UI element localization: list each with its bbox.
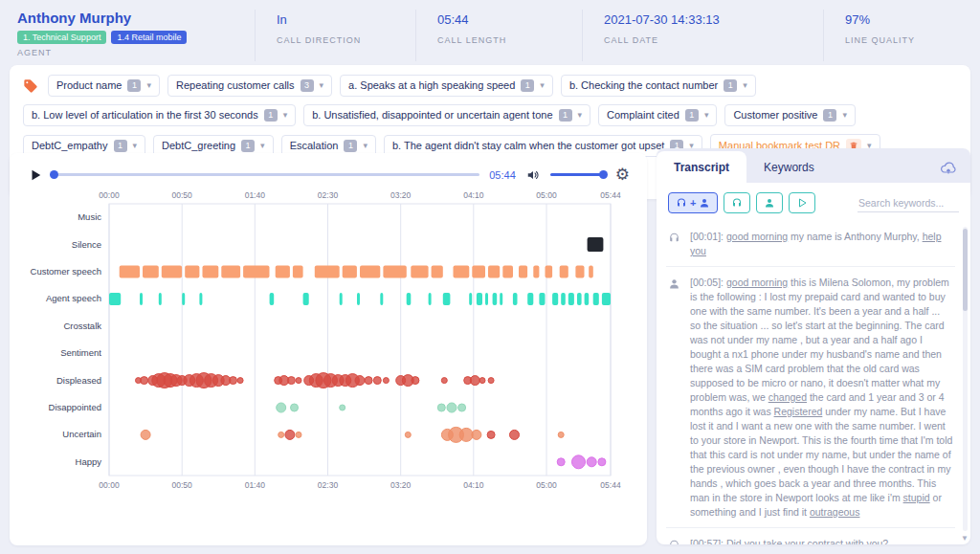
headset-icon (668, 232, 683, 258)
tag-label: Product name (56, 80, 122, 91)
seek-thumb[interactable] (50, 170, 58, 179)
chevron-down-icon[interactable]: ▾ (283, 111, 288, 120)
volume-icon[interactable] (525, 168, 541, 182)
svg-text:Disappointed: Disappointed (49, 402, 101, 412)
tag-chip[interactable]: b. Checking the contact number1▾ (561, 75, 756, 97)
search-keywords-input[interactable] (858, 194, 959, 212)
tag-label: DebtC_empathy (32, 141, 108, 151)
chevron-down-icon[interactable]: ▾ (363, 142, 368, 150)
tag-chip[interactable]: a. Speaks at a high speaking speed1▾ (340, 75, 553, 97)
chevron-down-icon[interactable]: ▾ (704, 111, 709, 120)
tag-count-badge: 1 (264, 109, 278, 122)
transcript-controls: + (657, 183, 970, 221)
scrollbar[interactable] (963, 227, 968, 531)
tab-transcript[interactable]: Transcript (657, 151, 746, 183)
tag-chip[interactable]: Product name1▾ (48, 75, 160, 97)
svg-text:00:00: 00:00 (99, 190, 120, 200)
headset-icon (731, 197, 743, 209)
chevron-down-icon[interactable]: ▾ (578, 111, 583, 120)
svg-text:Displeased: Displeased (56, 375, 101, 386)
stat-call-date: 2021-07-30 14:33:13 CALL DATE (582, 10, 823, 61)
chevron-down-icon[interactable]: ▾ (320, 81, 324, 90)
agent-badges: 1. Technical Support 1.4 Retail mobile (17, 31, 255, 44)
call-date-value: 2021-07-30 14:33:13 (604, 12, 823, 27)
seek-slider[interactable] (52, 173, 479, 176)
transcript-message: [00:01]: good morning my name is Anthony… (666, 221, 955, 267)
call-timeline-chart[interactable]: 00:0000:0000:5000:5001:4001:4002:3002:30… (17, 188, 639, 506)
svg-text:03:20: 03:20 (390, 480, 412, 490)
queue-badge: 1.4 Retail mobile (111, 31, 187, 44)
transcript-message: [00:57]: Did you take your contract with… (666, 528, 955, 544)
headset-icon (668, 539, 683, 544)
person-icon (764, 197, 775, 209)
tag-label: b. Low level of articulation in the firs… (32, 110, 258, 121)
cloud-sync-icon[interactable] (940, 161, 957, 175)
chevron-down-icon[interactable]: ▾ (260, 142, 265, 150)
tag-chip[interactable]: Complaint cited1▾ (598, 104, 717, 126)
tag-label: Escalation (290, 141, 339, 151)
tag-label: Customer positive (733, 110, 817, 121)
svg-text:01:40: 01:40 (245, 480, 266, 490)
duration-label: 05:44 (489, 169, 516, 181)
volume-thumb[interactable] (599, 170, 608, 179)
tag-icon (23, 78, 38, 94)
chevron-down-icon[interactable]: ▾ (540, 81, 545, 90)
headset-icon (676, 197, 687, 209)
agent-name[interactable]: Anthony Murphy (17, 10, 255, 26)
filter-both-speakers-button[interactable]: + (668, 192, 718, 213)
message-timestamp[interactable]: [00:05]: (690, 277, 724, 288)
tag-label: b. The agent didn't stay calm when the c… (392, 141, 664, 151)
svg-text:02:30: 02:30 (318, 480, 339, 490)
tag-label: Complaint cited (607, 110, 679, 121)
message-timestamp[interactable]: [00:57]: (690, 538, 724, 544)
tag-count-badge: 1 (114, 140, 127, 152)
svg-text:Agent speech: Agent speech (46, 293, 101, 303)
message-timestamp[interactable]: [00:01]: (690, 231, 724, 242)
svg-text:04:10: 04:10 (463, 190, 484, 200)
call-direction-value: In (277, 12, 415, 27)
scroll-down-icon[interactable]: ▼ (961, 534, 969, 543)
call-length-label: CALL LENGTH (437, 35, 582, 45)
tag-chip[interactable]: Repeating customer calls3▾ (167, 75, 332, 97)
transcript-message: [00:05]: good morning this is Milena Sol… (666, 267, 955, 528)
chevron-down-icon[interactable]: ▾ (743, 81, 747, 90)
svg-text:Customer speech: Customer speech (31, 266, 101, 277)
stat-call-direction: In CALL DIRECTION (255, 10, 415, 61)
stat-call-length: 05:44 CALL LENGTH (415, 10, 582, 61)
team-badge: 1. Technical Support (17, 31, 106, 44)
tag-chip[interactable]: Customer positive1▾ (724, 104, 856, 126)
tag-chip[interactable]: b. Low level of articulation in the firs… (23, 104, 296, 126)
volume-slider[interactable] (550, 173, 606, 176)
svg-text:Happy: Happy (76, 456, 102, 467)
call-length-value: 05:44 (437, 12, 582, 27)
message-text: good morning this is Milena Solomon, my … (690, 277, 952, 518)
filter-customer-button[interactable] (756, 192, 783, 213)
agent-role-label: AGENT (17, 48, 255, 57)
chevron-down-icon[interactable]: ▾ (133, 142, 138, 150)
tag-label: b. Unsatisfied, disappointed or uncertai… (312, 110, 552, 121)
tag-label: a. Speaks at a high speaking speed (348, 80, 515, 91)
filter-agent-button[interactable] (724, 192, 750, 213)
tag-count-badge: 1 (724, 79, 737, 92)
svg-text:02:30: 02:30 (318, 190, 339, 200)
chevron-down-icon[interactable]: ▾ (842, 111, 847, 120)
message-body: [00:57]: Did you take your contract with… (690, 537, 953, 544)
tab-bar: Transcript Keywords (657, 148, 970, 183)
svg-text:03:20: 03:20 (390, 190, 412, 200)
call-date-label: CALL DATE (604, 35, 823, 45)
play-button[interactable] (29, 167, 42, 183)
transcript-messages[interactable]: [00:01]: good morning my name is Anthony… (657, 221, 970, 544)
play-all-button[interactable] (789, 192, 815, 213)
settings-gear-icon[interactable]: ⚙ (615, 166, 630, 183)
tag-chip[interactable]: b. Unsatisfied, disappointed or uncertai… (303, 104, 590, 126)
svg-text:05:00: 05:00 (536, 480, 557, 490)
svg-text:05:44: 05:44 (600, 480, 621, 490)
chevron-down-icon[interactable]: ▾ (146, 81, 151, 90)
svg-text:01:40: 01:40 (245, 190, 266, 200)
tag-count-badge: 3 (301, 79, 314, 92)
svg-text:Crosstalk: Crosstalk (63, 321, 101, 331)
tab-keywords[interactable]: Keywords (746, 151, 832, 183)
scrollbar-thumb[interactable] (963, 229, 968, 311)
tag-label: Repeating customer calls (176, 80, 295, 91)
svg-text:Music: Music (78, 211, 101, 222)
